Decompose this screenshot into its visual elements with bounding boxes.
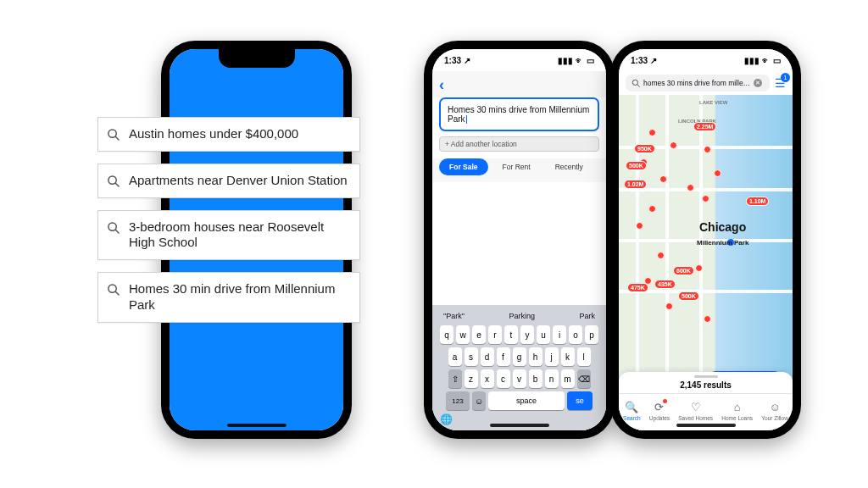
tab-your-zillow[interactable]: ☺ Your Zillow (761, 401, 788, 421)
listing-dot[interactable] (687, 184, 694, 191)
listing-dot[interactable] (714, 169, 721, 177)
key-q[interactable]: q (440, 325, 453, 344)
key-n[interactable]: n (545, 369, 559, 388)
key-v[interactable]: v (513, 369, 526, 388)
search-icon (107, 283, 120, 296)
filter-button[interactable]: ☰ 1 (775, 76, 786, 90)
price-marker[interactable]: 600K (673, 266, 694, 275)
search-suggestion[interactable]: Apartments near Denver Union Station (97, 164, 360, 198)
listing-dot[interactable] (702, 195, 709, 202)
wifi-icon: ᯤ (576, 56, 584, 65)
key-p[interactable]: p (585, 325, 598, 344)
map-view[interactable]: Chicago Millennium Park LINCOLN PARK LAK… (619, 95, 793, 430)
tab-recently[interactable]: Recently (545, 158, 593, 175)
price-marker[interactable]: 2.25M (693, 122, 716, 131)
price-marker[interactable]: 1.10M (746, 197, 769, 206)
search-suggestion[interactable]: Austin homes under $400,000 (97, 117, 360, 152)
price-marker[interactable]: 500K (626, 161, 647, 170)
keyboard-suggestions: "Park" Parking Park (435, 308, 604, 325)
listing-dot[interactable] (648, 129, 656, 136)
svg-line-3 (115, 183, 119, 186)
price-marker[interactable]: 435K (654, 280, 676, 289)
listing-dot[interactable] (659, 175, 667, 183)
key-w[interactable]: w (456, 325, 470, 344)
search-input-value: Homes 30 mins drive from Millennium Park (448, 105, 589, 124)
key-k[interactable]: k (561, 347, 575, 366)
key-o[interactable]: o (569, 325, 582, 344)
key-j[interactable]: j (545, 347, 559, 366)
phone-mockup-map: 1:33 ↗ ▮▮▮ᯤ▭ homes 30 mins drive from mi… (610, 41, 801, 439)
price-marker[interactable]: 1.02M (624, 180, 647, 189)
price-marker[interactable]: 475K (627, 283, 648, 292)
key-space[interactable]: space (488, 391, 565, 410)
search-suggestion-text: Austin homes under $400,000 (129, 126, 298, 141)
key-d[interactable]: d (481, 347, 494, 366)
results-sheet[interactable]: 2,145 results (619, 372, 793, 393)
tab-saved-homes[interactable]: ♡ Saved Homes (678, 401, 713, 421)
tab-label: Saved Homes (678, 415, 713, 421)
clear-search-icon[interactable]: ✕ (754, 79, 762, 87)
listing-dot[interactable] (704, 315, 711, 323)
status-time: 1:33 (444, 56, 461, 65)
listing-dot[interactable] (695, 264, 703, 272)
key-search[interactable]: se (567, 391, 593, 410)
signal-icon: ▮▮▮ (744, 56, 760, 65)
price-marker[interactable]: 500K (678, 291, 699, 301)
listing-dot[interactable] (670, 141, 677, 149)
key-h[interactable]: h (529, 347, 542, 366)
price-marker[interactable]: 950K (634, 144, 655, 153)
map-search-input[interactable]: homes 30 mins drive from mille… ✕ (626, 75, 770, 92)
tab-updates[interactable]: ⟳ Updates (649, 401, 670, 421)
listing-dot[interactable] (636, 222, 643, 230)
key-123[interactable]: 123 (446, 391, 470, 410)
tab-search[interactable]: 🔍 Search (623, 401, 641, 421)
key-y[interactable]: y (520, 325, 534, 344)
key-x[interactable]: x (481, 369, 494, 388)
battery-icon: ▭ (587, 56, 594, 65)
listing-dot[interactable] (657, 252, 665, 259)
tab-for-sale[interactable]: For Sale (439, 158, 488, 175)
listing-dot[interactable] (665, 302, 673, 310)
battery-icon: ▭ (773, 56, 781, 65)
keyboard-suggestion[interactable]: Park (579, 312, 595, 320)
listing-dot[interactable] (648, 205, 656, 213)
tab-home-loans[interactable]: ⌂ Home Loans (721, 401, 753, 421)
tab-label: Your Zillow (761, 415, 788, 421)
key-emoji[interactable]: ☺ (472, 391, 486, 410)
search-suggestion[interactable]: 3-bedroom houses near Roosevelt High Sch… (97, 210, 360, 261)
tab-label: Search (623, 415, 641, 421)
key-e[interactable]: e (472, 325, 486, 344)
key-t[interactable]: t (504, 325, 518, 344)
home-indicator (227, 424, 287, 427)
key-i[interactable]: i (553, 325, 566, 344)
back-button[interactable]: ‹ (439, 73, 599, 97)
key-s[interactable]: s (465, 347, 478, 366)
key-b[interactable]: b (529, 369, 542, 388)
heart-icon: ♡ (691, 401, 701, 413)
status-icons: ▮▮▮ᯤ▭ (744, 56, 781, 65)
key-shift[interactable]: ⇧ (448, 369, 462, 388)
key-z[interactable]: z (465, 369, 478, 388)
keyboard-suggestion[interactable]: Parking (509, 312, 535, 320)
search-suggestions-overlay: Austin homes under $400,000 Apartments n… (97, 117, 360, 323)
search-icon (632, 79, 640, 87)
keyboard-suggestion[interactable]: "Park" (443, 312, 465, 320)
house-icon: ⌂ (734, 401, 741, 413)
key-r[interactable]: r (488, 325, 502, 344)
key-backspace[interactable]: ⌫ (577, 369, 591, 388)
listing-dot[interactable] (704, 146, 711, 153)
key-g[interactable]: g (513, 347, 526, 366)
key-l[interactable]: l (577, 347, 591, 366)
key-c[interactable]: c (497, 369, 510, 388)
key-a[interactable]: a (448, 347, 462, 366)
status-bar: 1:33 ↗ ▮▮▮ᯤ▭ (432, 49, 606, 71)
search-input[interactable]: Homes 30 mins drive from Millennium Park (439, 97, 599, 131)
key-m[interactable]: m (561, 369, 575, 388)
search-suggestion[interactable]: Homes 30 min drive from Millennium Park (97, 272, 360, 323)
profile-icon: ☺ (769, 401, 780, 413)
key-f[interactable]: f (497, 347, 510, 366)
tab-for-rent[interactable]: For Rent (492, 158, 541, 175)
key-u[interactable]: u (537, 325, 550, 344)
listing-type-tabs: For Sale For Rent Recently (432, 158, 606, 182)
add-location-button[interactable]: + Add another location (439, 136, 599, 152)
